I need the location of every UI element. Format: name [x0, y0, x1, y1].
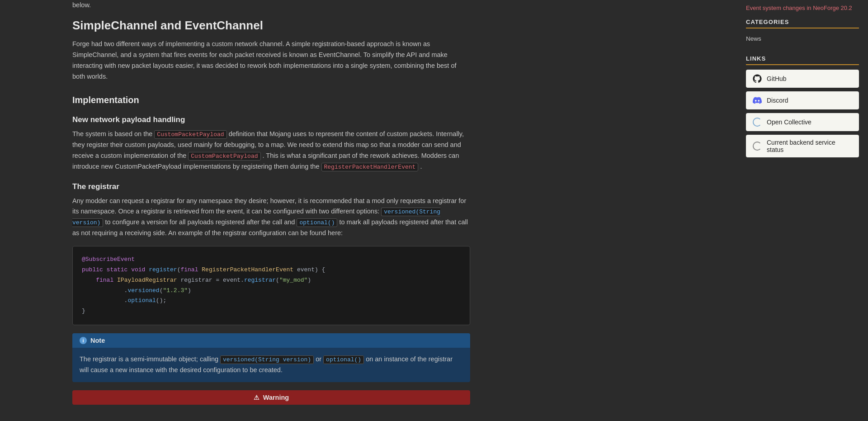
subsection1-title: New network payload handling	[72, 115, 470, 124]
sidebar: Event system changes in NeoForge 20.2 CA…	[737, 0, 868, 421]
sidebar-item-news[interactable]: News	[746, 33, 859, 44]
opencollective-link[interactable]: Open Collective	[746, 113, 859, 131]
discord-icon	[752, 95, 762, 105]
categories-title: CATEGORIES	[746, 19, 859, 28]
github-icon	[752, 74, 762, 84]
subsection2-title: The registrar	[72, 182, 470, 191]
github-label: GitHub	[767, 75, 787, 82]
section1-body: Forge had two different ways of implemen…	[72, 39, 470, 82]
links-title: LINKS	[746, 55, 859, 65]
inline-code-5: optional()	[297, 218, 337, 227]
section1-title: SimpleChannel and EventChannel	[72, 19, 470, 33]
opencollective-icon	[752, 117, 762, 127]
links-section: LINKS GitHub Discord Open Collective	[746, 55, 859, 157]
github-link[interactable]: GitHub	[746, 70, 859, 88]
warning-title: Warning	[263, 394, 289, 401]
opencollective-label: Open Collective	[767, 118, 811, 126]
section2-title: Implementation	[72, 95, 470, 105]
subsection2-body1: Any modder can request a registrar for a…	[72, 196, 470, 239]
note-code-2: optional()	[323, 355, 364, 364]
note-box: i Note The registrar is a semi-immutable…	[72, 333, 470, 382]
main-content: below. SimpleChannel and EventChannel Fo…	[0, 0, 488, 421]
top-link[interactable]: Event system changes in NeoForge 20.2	[746, 5, 859, 11]
warning-box: ⚠ Warning	[72, 390, 470, 405]
warning-header: ⚠ Warning	[72, 390, 470, 405]
note-title: Note	[90, 337, 105, 344]
intro-text: below.	[72, 0, 470, 10]
discord-label: Discord	[767, 97, 788, 104]
code-block: @SubscribeEvent public static void regis…	[72, 246, 470, 325]
status-label: Current backend service status	[767, 139, 853, 153]
note-body: The registrar is a semi-immutable object…	[72, 348, 470, 382]
subsection1-body1: The system is based on the CustomPacketP…	[72, 129, 470, 172]
inline-code-3: RegisterPacketHandlerEvent	[321, 163, 419, 171]
status-link[interactable]: Current backend service status	[746, 135, 859, 157]
sidebar-nav: News	[746, 33, 859, 44]
info-icon: i	[80, 337, 87, 344]
discord-link[interactable]: Discord	[746, 91, 859, 109]
warning-icon: ⚠	[254, 394, 259, 401]
inline-code-2: CustomPacketPayload	[188, 152, 260, 161]
note-code-1: versioned(String version)	[220, 355, 314, 364]
inline-code-1: CustomPacketPayload	[154, 130, 226, 139]
status-icon	[752, 141, 762, 151]
note-header: i Note	[72, 333, 470, 348]
